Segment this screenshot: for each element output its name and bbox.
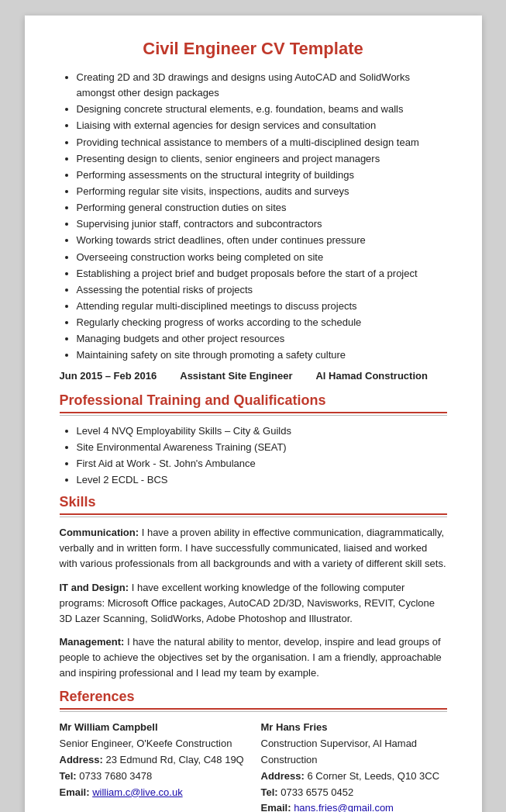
job-title: Assistant Site Engineer	[180, 370, 292, 382]
ref1-tel-value: 0733 7680 3478	[79, 770, 152, 782]
training-list: Level 4 NVQ Employability Skills – City …	[77, 423, 447, 489]
skills-label-2: Management:	[60, 636, 125, 648]
references-heading: References	[60, 689, 447, 705]
references-grid: Mr William Campbell Senior Engineer, O'K…	[60, 720, 447, 812]
ref1-title: Senior Engineer, O'Keefe Construction	[60, 736, 246, 752]
list-item: Regularly checking progress of works acc…	[77, 315, 447, 330]
list-item: Presenting design to clients, senior eng…	[77, 151, 447, 167]
training-divider	[60, 412, 447, 413]
ref2-title: Construction Supervisor, Al Hamad Constr…	[261, 736, 447, 769]
references-section: References Mr William Campbell Senior En…	[60, 689, 447, 812]
list-item: Site Environmental Awareness Training (S…	[77, 440, 447, 455]
job-dates: Jun 2015 – Feb 2016	[60, 370, 157, 382]
skills-label-1: IT and Design:	[60, 582, 129, 593]
training-heading: Professional Training and Qualifications	[60, 392, 447, 409]
list-item: Performing regular site visits, inspecti…	[77, 184, 447, 199]
skills-para-2: Management: I have the natural ability t…	[60, 634, 447, 681]
list-item: Performing assessments on the structural…	[77, 168, 447, 183]
list-item: Working towards strict deadlines, often …	[77, 233, 447, 248]
list-item: Creating 2D and 3D drawings and designs …	[77, 70, 447, 101]
skills-divider	[60, 513, 447, 515]
list-item: Designing concrete structural elements, …	[77, 102, 447, 117]
ref2-address-value: 6 Corner St, Leeds, Q10 3CC	[307, 770, 439, 782]
skills-label-0: Communication:	[60, 527, 139, 538]
skills-heading: Skills	[60, 494, 447, 510]
ref1-address-value: 23 Edmund Rd, Clay, C48 19Q	[105, 754, 243, 765]
ref2-name: Mr Hans Fries	[261, 720, 447, 736]
list-item: First Aid at Work - St. John's Ambulance	[77, 456, 447, 472]
list-item: Performing general construction duties o…	[77, 200, 447, 216]
page-title: Civil Engineer CV Template	[60, 39, 447, 59]
ref2-email: Email: hans.fries@gmail.com	[261, 800, 447, 812]
ref2-tel-value: 0733 6575 0452	[281, 786, 353, 798]
list-item: Level 2 ECDL - BCS	[77, 472, 447, 488]
list-item: Maintaining safety on site through promo…	[77, 347, 447, 363]
ref2-tel: Tel: 0733 6575 0452	[261, 785, 447, 801]
list-item: Assessing the potential risks of project…	[77, 282, 447, 298]
skills-para-0: Communication: I have a proven ability i…	[60, 525, 447, 572]
ref1-tel: Tel: 0733 7680 3478	[60, 769, 246, 785]
ref2-email-link[interactable]: hans.fries@gmail.com	[294, 802, 394, 812]
list-item: Overseeing construction works being comp…	[77, 250, 447, 265]
training-section: Professional Training and Qualifications…	[60, 392, 447, 489]
list-item: Liaising with external agencies for desi…	[77, 118, 447, 133]
skills-divider-thin	[60, 517, 447, 517]
ref2-email-label: Email:	[261, 802, 291, 812]
cv-page: Civil Engineer CV Template Creating 2D a…	[25, 16, 482, 812]
job-company: Al Hamad Construction	[315, 370, 427, 382]
list-item: Attending regular multi-disciplined meet…	[77, 299, 447, 314]
list-item: Managing budgets and other project resou…	[77, 331, 447, 347]
list-item: Establishing a project brief and budget …	[77, 266, 447, 282]
ref1-name: Mr William Campbell	[60, 720, 246, 736]
skills-block: Communication: I have a proven ability i…	[60, 525, 447, 681]
ref2-address-label: Address:	[261, 770, 305, 782]
list-item: Providing technical assistance to member…	[77, 135, 447, 150]
ref1-email-link[interactable]: william.c@live.co.uk	[92, 786, 183, 798]
ref1-tel-label: Tel:	[60, 770, 77, 782]
ref2-address: Address: 6 Corner St, Leeds, Q10 3CC	[261, 769, 447, 785]
references-divider	[60, 708, 447, 710]
references-divider-thin	[60, 711, 447, 712]
ref1-address-label: Address:	[60, 754, 103, 765]
list-item: Supervising junior staff, contractors an…	[77, 216, 447, 232]
training-divider-thin	[60, 415, 447, 416]
list-item: Level 4 NVQ Employability Skills – City …	[77, 423, 447, 439]
skills-section: Skills Communication: I have a proven ab…	[60, 494, 447, 681]
ref1-email-label: Email:	[60, 786, 90, 798]
ref1-address: Address: 23 Edmund Rd, Clay, C48 19Q	[60, 752, 246, 769]
ref2-tel-label: Tel:	[261, 786, 278, 798]
duties-list: Creating 2D and 3D drawings and designs …	[77, 70, 447, 364]
reference-1: Mr William Campbell Senior Engineer, O'K…	[60, 720, 246, 812]
job-line: Jun 2015 – Feb 2016 Assistant Site Engin…	[60, 370, 447, 382]
reference-2: Mr Hans Fries Construction Supervisor, A…	[261, 720, 447, 812]
ref1-email: Email: william.c@live.co.uk	[60, 785, 246, 801]
skills-para-1: IT and Design: I have excellent working …	[60, 580, 447, 627]
